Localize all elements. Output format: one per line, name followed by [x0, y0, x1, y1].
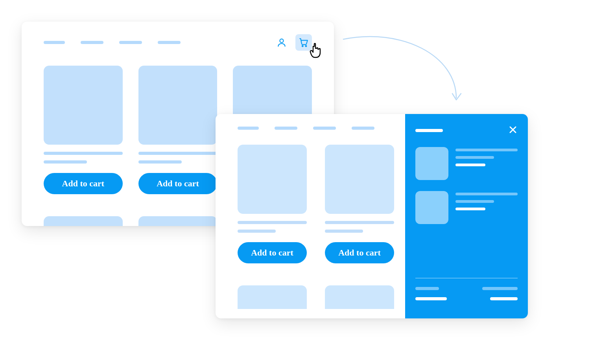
close-icon [508, 125, 518, 134]
cart-subtotal-row [415, 287, 518, 290]
cart-item [415, 147, 518, 180]
close-cart-button[interactable] [508, 125, 518, 136]
product-price-placeholder [238, 230, 276, 233]
product-image-placeholder [138, 66, 218, 145]
add-to-cart-button[interactable]: Add to cart [325, 242, 394, 263]
cart-item-image-placeholder [415, 191, 448, 224]
svg-point-2 [306, 46, 307, 47]
product-image-placeholder [238, 285, 307, 309]
product-card: Add to cart [238, 145, 307, 263]
cart-item [415, 191, 518, 224]
cart-subtotal-label-placeholder [415, 287, 439, 290]
product-price-placeholder [325, 230, 363, 233]
product-image-placeholder [44, 66, 123, 145]
cart-total-row [415, 297, 518, 300]
add-to-cart-button[interactable]: Add to cart [138, 173, 218, 194]
product-image-placeholder [325, 145, 394, 214]
product-image-placeholder [238, 145, 307, 214]
cart-item-price-placeholder [455, 164, 485, 166]
product-card: Add to cart [138, 66, 218, 194]
product-title-placeholder [44, 152, 123, 155]
nav-link-placeholder[interactable] [313, 127, 336, 130]
product-price-placeholder [44, 160, 87, 164]
nav-link-placeholder[interactable] [81, 41, 103, 44]
product-image-placeholder [138, 216, 218, 226]
add-to-cart-button[interactable]: Add to cart [238, 242, 307, 263]
nav-link-placeholder[interactable] [44, 41, 65, 44]
cart-button[interactable] [295, 34, 312, 51]
product-title-placeholder [138, 152, 218, 155]
nav-link-placeholder[interactable] [352, 127, 374, 130]
nav-link-placeholder[interactable] [158, 41, 181, 44]
product-title-placeholder [325, 221, 394, 224]
cart-item-subtitle-placeholder [455, 156, 494, 159]
cart-panel-title-placeholder [415, 129, 443, 132]
product-price-placeholder [138, 160, 182, 164]
top-nav [22, 22, 334, 55]
cart-icon [299, 37, 309, 48]
cart-panel [405, 114, 528, 318]
cart-item-image-placeholder [415, 147, 448, 180]
product-image-placeholder [325, 285, 394, 309]
user-icon [277, 37, 287, 48]
flow-arrow [338, 31, 472, 110]
account-button[interactable] [273, 34, 290, 51]
cart-divider [415, 278, 518, 278]
cart-item-price-placeholder [455, 208, 485, 210]
cart-item-title-placeholder [455, 149, 518, 151]
nav-link-placeholder[interactable] [275, 127, 297, 130]
cart-total-value-placeholder [490, 297, 518, 300]
svg-point-1 [302, 46, 303, 47]
product-title-placeholder [238, 221, 307, 224]
cart-subtotal-value-placeholder [482, 287, 518, 290]
product-listing-screen-with-cart: Add to cart Add to cart [216, 114, 528, 318]
add-to-cart-button[interactable]: Add to cart [44, 173, 123, 194]
svg-point-0 [280, 39, 283, 42]
product-card: Add to cart [44, 66, 123, 194]
nav-link-placeholder[interactable] [238, 127, 259, 130]
product-card: Add to cart [325, 145, 394, 263]
cart-total-label-placeholder [415, 297, 447, 300]
cart-item-subtitle-placeholder [455, 200, 494, 203]
cart-item-title-placeholder [455, 193, 518, 195]
nav-link-placeholder[interactable] [119, 41, 142, 44]
product-image-placeholder [44, 216, 123, 226]
